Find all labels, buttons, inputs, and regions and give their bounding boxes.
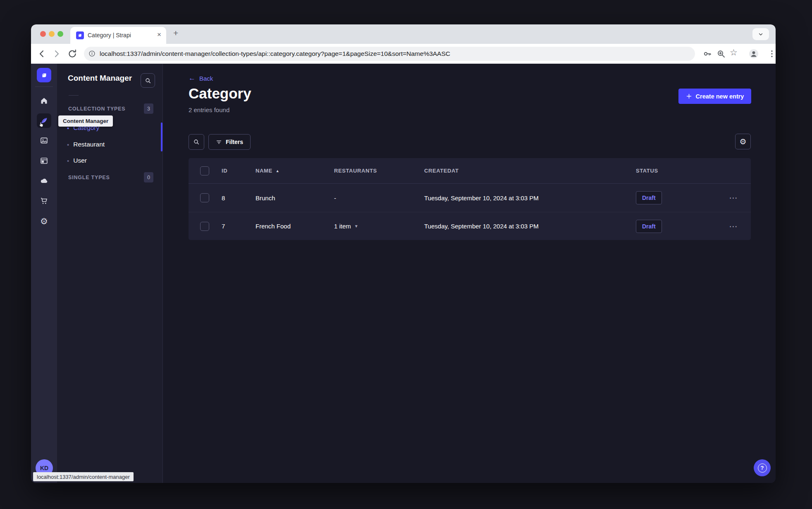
strapi-logo[interactable]: [37, 68, 51, 82]
nav-deploy-cloud-button[interactable]: [37, 173, 51, 188]
page-title: Category: [189, 85, 251, 102]
subnav-item-label: Restaurant: [73, 141, 105, 148]
caret-down-icon: ▼: [354, 224, 358, 228]
table-settings-button[interactable]: ⚙: [735, 134, 751, 149]
column-header-name[interactable]: NAME▲: [249, 168, 327, 174]
subnav-title: Content Manager: [68, 74, 132, 83]
tab-close-icon[interactable]: ×: [157, 31, 161, 39]
status-badge: Draft: [636, 220, 662, 233]
plus-icon: [686, 93, 692, 99]
nav-home-button[interactable]: [37, 94, 51, 108]
row-actions-button[interactable]: ⋯: [716, 221, 751, 231]
bullet-icon: •: [67, 141, 69, 148]
cell-id: 7: [215, 223, 249, 230]
table-row[interactable]: 7 French Food 1 item ▼ Tuesday, Septembe…: [189, 212, 751, 240]
home-icon: [40, 96, 48, 105]
column-header-createdat[interactable]: CREATEDAT: [418, 168, 629, 174]
forward-icon[interactable]: [52, 49, 62, 59]
column-header-id[interactable]: ID: [215, 168, 249, 174]
status-bar-link-preview: localhost:1337/admin/content-manager: [33, 472, 134, 481]
nav-divider: [35, 86, 53, 87]
chevron-down-icon: [758, 31, 764, 37]
table-row[interactable]: 8 Brunch - Tuesday, September 10, 2024 a…: [189, 184, 751, 212]
question-icon: ?: [758, 463, 767, 473]
status-badge: Draft: [636, 191, 662, 204]
url-text: localhost:1337/admin/content-manager/col…: [100, 50, 450, 58]
filters-label: Filters: [226, 139, 243, 145]
address-bar[interactable]: localhost:1337/admin/content-manager/col…: [84, 47, 695, 61]
search-icon: [193, 139, 200, 145]
browser-tab[interactable]: Category | Strapi ×: [70, 27, 166, 44]
table-header-row: ID NAME▲ RESTAURANTS CREATEDAT STATUS: [189, 158, 751, 184]
strapi-favicon: [76, 31, 84, 39]
bullet-icon: •: [67, 157, 69, 164]
cell-name: Brunch: [249, 194, 327, 202]
subnav-divider: [69, 95, 79, 96]
create-new-entry-button[interactable]: Create new entry: [678, 89, 751, 104]
subnav-item-label: User: [73, 157, 87, 164]
strapi-logo-icon: [41, 72, 48, 79]
row-checkbox[interactable]: [200, 222, 209, 231]
column-header-status: STATUS: [629, 168, 716, 174]
new-tab-button[interactable]: +: [173, 28, 178, 38]
bookmark-star-icon[interactable]: ☆: [730, 48, 740, 58]
nav-settings-button[interactable]: ⚙: [37, 214, 51, 228]
row-checkbox[interactable]: [200, 193, 209, 202]
password-key-icon[interactable]: [702, 49, 712, 59]
menu-dots-icon[interactable]: [767, 49, 776, 59]
gear-icon: ⚙: [40, 217, 48, 226]
column-header-restaurants[interactable]: RESTAURANTS: [327, 168, 418, 174]
reload-icon[interactable]: [67, 49, 77, 59]
cell-name: French Food: [249, 223, 327, 230]
row-actions-button[interactable]: ⋯: [716, 193, 751, 203]
media-library-icon: [40, 136, 48, 145]
collection-types-count-badge: 3: [144, 103, 153, 114]
strapi-app: ⚙ KD Content Manager COLLECTION TYPES 3 …: [31, 64, 776, 483]
cell-restaurants: -: [327, 194, 418, 202]
filter-icon: [216, 139, 222, 145]
tab-title: Category | Strapi: [88, 32, 131, 38]
gear-icon: ⚙: [739, 138, 746, 146]
content-manager-tooltip: Content Manager: [58, 115, 113, 127]
back-link[interactable]: ← Back: [189, 74, 213, 82]
cell-id: 8: [215, 194, 249, 202]
nav-media-library-button[interactable]: [37, 133, 51, 148]
entries-count: 2 entries found: [189, 106, 229, 113]
content-type-builder-icon: [40, 156, 48, 165]
hand-cursor-icon: [38, 120, 45, 128]
table-search-button[interactable]: [189, 134, 204, 150]
collection-types-label: COLLECTION TYPES: [68, 106, 126, 112]
browser-window: Category | Strapi × + localhost:1337/adm…: [31, 24, 776, 483]
main-content: ← Back Category 2 entries found Create n…: [163, 64, 776, 483]
help-button[interactable]: ?: [754, 459, 771, 476]
back-arrow-icon: ←: [189, 74, 196, 82]
nav-marketplace-button[interactable]: [37, 194, 51, 208]
cell-createdat: Tuesday, September 10, 2024 at 3:03 PM: [418, 223, 629, 230]
tab-search-button[interactable]: [752, 28, 769, 40]
info-icon[interactable]: [88, 50, 96, 57]
zoom-icon[interactable]: [716, 49, 726, 59]
search-icon: [145, 77, 151, 84]
back-label: Back: [199, 75, 213, 82]
profile-icon[interactable]: [749, 49, 759, 59]
single-types-label: SINGLE TYPES: [68, 175, 110, 180]
minimize-window-button[interactable]: [49, 31, 55, 37]
cart-icon: [40, 197, 48, 205]
cell-restaurants[interactable]: 1 item ▼: [327, 223, 418, 230]
sort-asc-icon: ▲: [276, 169, 280, 173]
browser-tab-bar: Category | Strapi × +: [31, 24, 776, 44]
maximize-window-button[interactable]: [57, 31, 63, 37]
subnav-scrollbar-thumb[interactable]: [161, 122, 162, 151]
subnav-search-button[interactable]: [141, 73, 155, 88]
select-all-checkbox[interactable]: [200, 166, 209, 175]
single-types-count-badge: 0: [144, 172, 153, 182]
browser-toolbar: localhost:1337/admin/content-manager/col…: [31, 44, 776, 64]
back-icon[interactable]: [37, 49, 47, 59]
close-window-button[interactable]: [40, 31, 46, 37]
create-new-entry-label: Create new entry: [696, 93, 744, 100]
subnav-item-restaurant[interactable]: • Restaurant: [67, 139, 105, 149]
filters-button[interactable]: Filters: [208, 134, 251, 150]
nav-content-type-builder-button[interactable]: [37, 154, 51, 168]
cell-createdat: Tuesday, September 10, 2024 at 3:03 PM: [418, 194, 629, 202]
subnav-item-user[interactable]: • User: [67, 156, 87, 166]
